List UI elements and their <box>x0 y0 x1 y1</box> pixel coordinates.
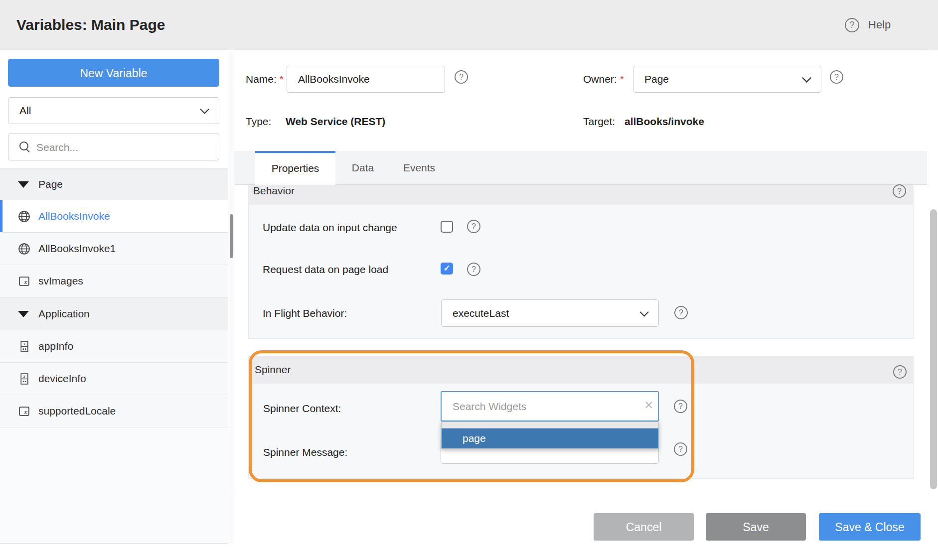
save-and-close-button[interactable]: Save & Close <box>819 513 921 541</box>
owner-help-icon[interactable]: ? <box>830 70 843 84</box>
variable-label: appInfo <box>38 330 73 362</box>
model-variable-icon: x <box>18 340 30 353</box>
variables-sidebar: New Variable All Page AllBooksInvoke <box>0 50 228 544</box>
owner-value: Page <box>644 66 669 92</box>
filter-value: All <box>19 98 31 124</box>
footer-divider <box>234 492 927 492</box>
inflight-select[interactable]: executeLast <box>441 299 659 327</box>
variable-label: svImages <box>38 265 83 297</box>
sidebar-group-application[interactable]: Application <box>0 298 228 330</box>
svg-text:x: x <box>23 279 27 285</box>
sidebar-item-deviceinfo[interactable]: x deviceInfo <box>0 363 228 395</box>
clear-icon[interactable]: ✕ <box>644 399 653 412</box>
sidebar-item-supportedlocale[interactable]: x supportedLocale <box>0 395 228 427</box>
required-asterisk: * <box>617 73 624 85</box>
svg-text:x: x <box>23 374 26 379</box>
inflight-value: executeLast <box>453 300 509 326</box>
tab-events[interactable]: Events <box>393 151 446 185</box>
variable-filter-select[interactable]: All <box>8 97 219 124</box>
spinner-section-title: Spinner <box>255 356 291 384</box>
help-icon[interactable]: ? <box>845 18 859 32</box>
cancel-button[interactable]: Cancel <box>594 513 694 541</box>
spinner-context-input[interactable] <box>441 391 659 421</box>
sidebar-item-allbooksinvoke[interactable]: AllBooksInvoke <box>0 200 228 233</box>
variable-label: supportedLocale <box>38 395 116 427</box>
request-on-load-checkbox[interactable]: ✓ <box>441 263 453 275</box>
model-variable-icon: x <box>18 373 30 385</box>
owner-select[interactable]: Page <box>633 66 821 93</box>
chevron-down-icon <box>802 73 811 82</box>
save-button[interactable]: Save <box>706 513 806 541</box>
search-input[interactable] <box>35 135 212 160</box>
sidebar-search[interactable] <box>8 134 219 160</box>
inflight-label: In Flight Behavior: <box>263 307 347 319</box>
dialog-header: Variables: Main Page ? Help <box>0 0 938 50</box>
window-scrollbar-thumb[interactable] <box>930 209 937 489</box>
inflight-help-icon[interactable]: ? <box>674 306 688 319</box>
svg-text:x: x <box>23 409 27 416</box>
update-on-input-help-icon[interactable]: ? <box>467 220 480 233</box>
variable-label: deviceInfo <box>38 363 86 395</box>
behavior-section-header: Behavior <box>248 185 914 205</box>
spinner-context-dropdown: page <box>441 421 659 449</box>
owner-label: Owner:* <box>583 73 624 85</box>
svg-text:x: x <box>23 341 26 346</box>
spinner-section-header: Spinner <box>248 356 914 384</box>
spinner-context-help-icon[interactable]: ? <box>674 400 687 413</box>
update-on-input-label: Update data on input change <box>263 222 397 234</box>
dropdown-scroll-strip <box>442 422 658 428</box>
help-link[interactable]: Help <box>868 0 891 50</box>
sidebar-item-appinfo[interactable]: x appInfo <box>0 330 228 363</box>
sidebar-empty-area <box>0 427 228 543</box>
sidebar-group-page[interactable]: Page <box>0 168 228 200</box>
sidebar-scrollbar[interactable] <box>228 50 234 543</box>
variable-label: AllBooksInvoke1 <box>38 233 116 265</box>
target-value: allBooks/invoke <box>625 116 704 128</box>
static-variable-icon: x <box>18 405 30 418</box>
webservice-globe-icon <box>18 210 30 223</box>
spinner-help-icon[interactable]: ? <box>893 365 907 379</box>
tab-properties[interactable]: Properties <box>255 151 335 185</box>
type-label: Type: <box>246 116 271 128</box>
behavior-help-icon[interactable]: ? <box>893 184 906 198</box>
target-label: Target: <box>583 116 615 128</box>
sidebar-scrollbar-thumb[interactable] <box>230 214 233 258</box>
static-variable-icon: x <box>18 275 30 287</box>
sidebar-item-allbooksinvoke1[interactable]: AllBooksInvoke1 <box>0 233 228 265</box>
webservice-globe-icon <box>18 243 30 255</box>
group-label: Page <box>38 168 63 200</box>
search-icon <box>19 141 28 150</box>
chevron-down-icon <box>200 105 209 114</box>
name-input[interactable] <box>287 66 445 93</box>
page-title: Variables: Main Page <box>16 0 165 50</box>
name-label: Name:* <box>246 73 284 85</box>
spinner-message-help-icon[interactable]: ? <box>674 442 687 456</box>
chevron-down-icon <box>639 307 648 316</box>
request-on-load-help-icon[interactable]: ? <box>467 263 480 276</box>
spinner-message-label: Spinner Message: <box>263 446 347 458</box>
sidebar-item-svimages[interactable]: x svImages <box>0 265 228 298</box>
request-on-load-label: Request data on page load <box>263 264 388 276</box>
update-on-input-checkbox[interactable] <box>441 221 453 233</box>
variables-dialog: Variables: Main Page ? Help New Variable… <box>0 0 938 560</box>
new-variable-button[interactable]: New Variable <box>8 59 219 87</box>
collapse-triangle-icon[interactable] <box>18 181 29 188</box>
variable-editor: Name:* ? Owner:* Page ? Type: Web Servic… <box>234 50 927 560</box>
behavior-section-title: Behavior <box>253 185 295 198</box>
variable-label: AllBooksInvoke <box>38 200 110 232</box>
name-help-icon[interactable]: ? <box>455 70 468 84</box>
required-asterisk: * <box>277 73 284 85</box>
selected-indicator <box>0 200 2 232</box>
dropdown-option-page[interactable]: page <box>442 428 658 448</box>
tab-data[interactable]: Data <box>333 151 393 185</box>
editor-tabbar: Properties Data Events <box>234 151 927 185</box>
group-label: Application <box>38 298 90 330</box>
type-value: Web Service (REST) <box>286 116 385 128</box>
spinner-context-label: Spinner Context: <box>263 403 341 415</box>
collapse-triangle-icon[interactable] <box>18 311 29 317</box>
